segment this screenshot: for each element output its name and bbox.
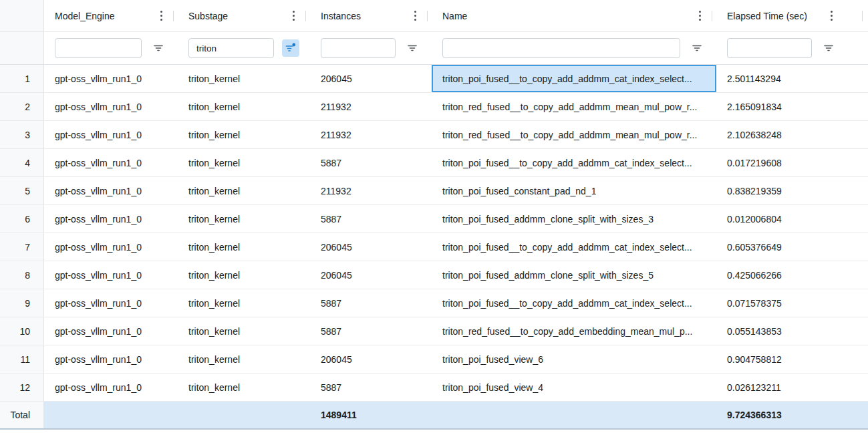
cell-value: 5887 [321,298,341,309]
total-elapsed-value: 9.724366313 [716,402,868,428]
cell-elapsed[interactable]: 2.102638248 [716,121,868,148]
cell-instances[interactable]: 211932 [310,93,432,120]
cell-substage[interactable]: triton_kernel [178,177,310,204]
cell-model-engine[interactable]: gpt-oss_vllm_run1_0 [44,205,178,233]
cell-name[interactable]: triton_poi_fused_view_6 [432,345,716,373]
cell-instances[interactable]: 5887 [310,205,432,233]
name-filter-input[interactable] [442,38,680,58]
cell-model-engine[interactable]: gpt-oss_vllm_run1_0 [44,289,178,317]
cell-elapsed[interactable]: 0.017219608 [716,149,868,176]
cell-substage[interactable]: triton_kernel [178,261,310,289]
funnel-icon [407,43,418,53]
total-label: Total [0,402,44,428]
elapsed-time-filter-button[interactable] [820,39,837,57]
cell-name[interactable]: triton_poi_fused__to_copy_add_addmm_cat_… [432,289,716,317]
cell-elapsed[interactable]: 0.055143853 [716,317,868,345]
cell-substage[interactable]: triton_kernel [178,374,310,401]
cell-model-engine[interactable]: gpt-oss_vllm_run1_0 [44,93,178,120]
cell-name[interactable]: triton_poi_fused_addmm_clone_split_with_… [432,261,716,289]
cell-value: 206045 [321,242,352,253]
cell-model-engine[interactable]: gpt-oss_vllm_run1_0 [44,374,178,401]
column-header-label: Instances [321,11,361,21]
cell-name[interactable]: triton_poi_fused__to_copy_add_addmm_cat_… [432,233,716,261]
cell-name[interactable]: triton_poi_fused_constant_pad_nd_1 [432,177,716,204]
cell-substage[interactable]: triton_kernel [178,65,310,92]
cell-name-selected[interactable]: triton_poi_fused__to_copy_add_addmm_cat_… [432,65,716,92]
cell-model-engine[interactable]: gpt-oss_vllm_run1_0 [44,121,178,148]
instances-filter-input[interactable] [321,38,396,58]
cell-value: 0.026123211 [727,382,781,393]
cell-model-engine[interactable]: gpt-oss_vllm_run1_0 [44,177,178,204]
cell-instances[interactable]: 5887 [310,289,432,317]
cell-substage[interactable]: triton_kernel [178,93,310,120]
column-header-instances[interactable]: Instances [310,0,432,31]
table-row: 7gpt-oss_vllm_run1_0triton_kernel206045t… [0,233,868,261]
cell-name[interactable]: triton_red_fused__to_copy_add_addmm_mean… [432,121,716,148]
cell-instances[interactable]: 206045 [310,233,432,261]
column-header-substage[interactable]: Substage [178,0,310,31]
cell-elapsed[interactable]: 0.838219359 [716,177,868,204]
substage-filter-input[interactable] [188,38,274,58]
cell-name[interactable]: triton_poi_fused__to_copy_add_addmm_cat_… [432,149,716,176]
cell-substage[interactable]: triton_kernel [178,317,310,345]
cell-elapsed[interactable]: 0.425066266 [716,261,868,289]
row-number: 6 [0,205,44,233]
cell-elapsed[interactable]: 0.605376649 [716,233,868,261]
substage-active-filter-button[interactable] [282,39,299,57]
column-menu-icon[interactable] [411,8,420,23]
cell-instances[interactable]: 5887 [310,317,432,345]
cell-instances[interactable]: 206045 [310,261,432,289]
cell-name[interactable]: triton_poi_fused_addmm_clone_split_with_… [432,205,716,233]
cell-instances[interactable]: 206045 [310,345,432,373]
cell-instances[interactable]: 5887 [310,149,432,176]
column-menu-icon[interactable] [157,8,166,23]
instances-filter-button[interactable] [404,39,421,57]
cell-value: 0.012006804 [727,214,782,225]
column-menu-icon[interactable] [289,8,298,23]
cell-elapsed[interactable]: 0.071578375 [716,289,868,317]
cell-name[interactable]: triton_poi_fused_view_4 [432,374,716,401]
cell-instances[interactable]: 211932 [310,121,432,148]
column-menu-icon[interactable] [696,8,704,23]
column-header-label: Model_Engine [55,11,115,21]
cell-instances[interactable]: 206045 [310,65,432,92]
cell-substage[interactable]: triton_kernel [178,121,310,148]
column-header-elapsed-time[interactable]: Elapsed Time (sec) [716,0,868,31]
cell-value: 5887 [321,382,341,393]
cell-model-engine[interactable]: gpt-oss_vllm_run1_0 [44,261,178,289]
cell-name[interactable]: triton_red_fused__to_copy_add_addmm_mean… [432,93,716,120]
cell-elapsed[interactable]: 2.501143294 [716,65,868,92]
cell-elapsed[interactable]: 0.026123211 [716,374,868,401]
cell-model-engine[interactable]: gpt-oss_vllm_run1_0 [44,65,178,92]
cell-elapsed[interactable]: 0.012006804 [716,205,868,233]
cell-model-engine[interactable]: gpt-oss_vllm_run1_0 [44,233,178,261]
table-row: 12gpt-oss_vllm_run1_0triton_kernel5887tr… [0,374,868,402]
elapsed-time-filter-input[interactable] [727,38,812,58]
cell-substage[interactable]: triton_kernel [178,233,310,261]
column-menu-icon[interactable] [827,8,836,23]
row-number: 11 [0,345,44,373]
cell-value: triton_poi_fused_addmm_clone_split_with_… [442,270,654,281]
cell-model-engine[interactable]: gpt-oss_vllm_run1_0 [44,317,178,345]
model-engine-filter-button[interactable] [150,39,167,57]
cell-value: gpt-oss_vllm_run1_0 [55,298,142,309]
model-engine-filter-input[interactable] [55,38,142,58]
name-filter-button[interactable] [688,39,706,57]
cell-substage[interactable]: triton_kernel [178,289,310,317]
cell-name[interactable]: triton_red_fused__to_copy_add_embedding_… [432,317,716,345]
cell-instances[interactable]: 211932 [310,177,432,204]
cell-value: 2.102638248 [727,130,782,140]
filter-cell-name [432,32,716,64]
cell-instances[interactable]: 5887 [310,374,432,401]
row-number: 9 [0,289,44,317]
cell-substage[interactable]: triton_kernel [178,345,310,373]
cell-elapsed[interactable]: 2.165091834 [716,93,868,120]
cell-model-engine[interactable]: gpt-oss_vllm_run1_0 [44,149,178,176]
cell-substage[interactable]: triton_kernel [178,149,310,176]
cell-model-engine[interactable]: gpt-oss_vllm_run1_0 [44,345,178,373]
cell-substage[interactable]: triton_kernel [178,205,310,233]
column-header-name[interactable]: Name [432,0,716,31]
cell-value: triton_kernel [188,298,240,309]
column-header-model-engine[interactable]: Model_Engine [44,0,178,31]
cell-elapsed[interactable]: 0.904758812 [716,345,868,373]
